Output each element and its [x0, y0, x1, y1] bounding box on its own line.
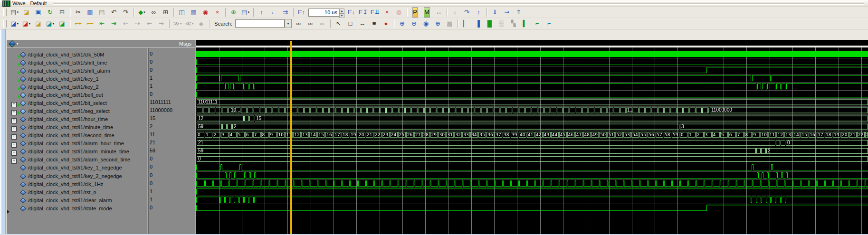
previous-transition-button[interactable]: ⇤ — [96, 19, 108, 29]
signal-row-clear_alarm[interactable]: /digital_clock_vhd_tst/i1/clear_alarm — [7, 196, 147, 204]
toolbar-grip[interactable] — [3, 20, 7, 28]
search-dropdown-button[interactable]: ▼ — [285, 19, 292, 28]
insert-cursor-button[interactable]: ⌐+ — [72, 19, 84, 29]
print-button[interactable]: ⊟ — [56, 7, 68, 18]
run-length-input[interactable] — [308, 9, 339, 17]
add-remove-objects-button[interactable]: ◪▾ — [20, 19, 32, 29]
signal-name-column[interactable]: /digital_clock_vhd_tst/i1/clk_50M/digita… — [7, 40, 147, 234]
signal-row-seg_select[interactable]: +/digital_clock_vhd_tst/i1/seg_select — [7, 106, 147, 114]
signal-row-key_1_negedge[interactable]: /digital_clock_vhd_tst/i1/key_1_negedge — [7, 163, 147, 171]
go-forward-button[interactable]: ⇉ — [279, 7, 291, 18]
run-button[interactable]: E↓ — [345, 7, 357, 18]
save-wave-format-button[interactable]: ◪▾ — [44, 19, 56, 29]
cut-button[interactable]: ✂ — [72, 7, 84, 18]
copy-button[interactable]: ▥ — [84, 7, 96, 18]
signal-row-key_2[interactable]: /digital_clock_vhd_tst/i1/key_2 — [7, 82, 147, 90]
zoom-in-button[interactable]: ⊕ — [396, 19, 408, 29]
pan-mode-button[interactable]: ↔ — [356, 19, 368, 29]
redo-button[interactable]: ↷ — [120, 7, 132, 18]
waveform-canvas[interactable] — [196, 40, 868, 235]
add-selected-to-window-button[interactable]: ◪▾ — [9, 19, 20, 29]
signal-row-alarm_second_time[interactable]: +/digital_clock_vhd_tst/i1/alarm_second_… — [7, 155, 147, 163]
column-splitter-names[interactable] — [147, 40, 149, 234]
zoom-out-button[interactable]: ⊖ — [408, 19, 420, 29]
signal-row-alarm_minute_time[interactable]: +/digital_clock_vhd_tst/i1/alarm_minute_… — [7, 147, 147, 155]
object-filter-button[interactable]: ▤▾ — [239, 7, 251, 18]
expanded-time-off-button[interactable]: ▏ — [460, 19, 472, 29]
new-file-button[interactable]: ▤▾ — [9, 7, 20, 18]
go-back-button[interactable]: ← — [267, 7, 279, 18]
signal-row-bell_out[interactable]: /digital_clock_vhd_tst/i1/bell_out — [7, 90, 147, 98]
next-rising-edge-icon: ⇝ — [159, 19, 164, 28]
go-up-button[interactable]: ↑ — [256, 7, 267, 18]
select-mode-button[interactable]: ↖ — [333, 19, 344, 29]
search-reverse-button[interactable]: ∞ — [293, 19, 305, 29]
step-out-instance-button[interactable]: ⇑ — [513, 7, 525, 18]
expanded-time-events-button[interactable]: █ — [484, 19, 496, 29]
add-to-wave-button[interactable]: ◫ — [176, 7, 188, 18]
signal-msgs-column[interactable]: 00011011011111110000001521121590000110 — [148, 40, 195, 234]
step-into-instance-button[interactable]: ⇓ — [489, 7, 501, 18]
delete-from-wave-button[interactable]: × — [211, 7, 223, 18]
profile-performance-button[interactable]: P — [409, 7, 421, 18]
signal-row-minute_time[interactable]: +/digital_clock_vhd_tst/i1/minute_time — [7, 122, 147, 131]
break-button[interactable]: × — [381, 7, 393, 18]
undo-button[interactable]: ↶ — [108, 7, 120, 18]
export-waveform-button[interactable]: ◪ — [56, 19, 68, 29]
restart-button[interactable]: E↑ — [296, 7, 307, 18]
run-continue-button[interactable]: E↧ — [357, 7, 369, 18]
edit-mode-button[interactable]: ≡ — [368, 19, 380, 29]
signal-value-bell_out: 0 — [148, 90, 195, 98]
next-transition-button[interactable]: ⇥ — [108, 19, 120, 29]
expand-hierarchy-button[interactable]: ⊞ — [160, 7, 172, 18]
find-button[interactable]: ∞ — [148, 7, 160, 18]
find-in-design-button[interactable]: ◉ — [200, 7, 211, 18]
signal-row-shift_alarm[interactable]: /digital_clock_vhd_tst/i1/shift_alarm — [7, 66, 147, 74]
title-bar[interactable]: Wave - Default — [0, 0, 868, 7]
spinner-up-icon[interactable]: ▲ — [339, 9, 344, 13]
stop-drawing-button[interactable]: ● — [380, 19, 392, 29]
step-over-instance-button[interactable]: ⇝ — [501, 7, 513, 18]
signal-row-state_mode[interactable]: /digital_clock_vhd_tst/i1/state_mode — [7, 204, 147, 212]
signal-row-rst_n[interactable]: /digital_clock_vhd_tst/i1/rst_n — [7, 188, 147, 196]
group-bars-button[interactable]: ▍ — [519, 19, 531, 29]
reload-button[interactable]: ↻ — [44, 7, 56, 18]
signal-row-bit_select[interactable]: +/digital_clock_vhd_tst/i1/bit_select — [7, 98, 147, 106]
delete-cursor-button[interactable]: ⌐− — [84, 19, 96, 29]
signal-row-hour_time[interactable]: +/digital_clock_vhd_tst/i1/hour_time — [7, 114, 147, 122]
event-bracket-left-button[interactable]: ⌐ — [531, 19, 543, 29]
signal-row-key_1[interactable]: /digital_clock_vhd_tst/i1/key_1 — [7, 74, 147, 82]
signal-row-clk_1Hz[interactable]: /digital_clock_vhd_tst/i1/clk_1Hz — [7, 179, 147, 188]
add-to-list-button[interactable]: ▦ — [188, 7, 200, 18]
environment-link-button[interactable]: ⊕ — [228, 7, 239, 18]
zoom-mode-button[interactable]: □ — [344, 19, 356, 29]
pan-hand-button[interactable]: ↔ — [433, 7, 445, 18]
signal-row-key_2_negedge[interactable]: /digital_clock_vhd_tst/i1/key_2_negedge — [7, 171, 147, 179]
expanded-time-deltas-button[interactable]: ▐ — [472, 19, 484, 29]
edit-wave-format-button[interactable]: ◪ — [32, 19, 44, 29]
wave-edit-mode-button[interactable]: ▾ — [9, 40, 19, 47]
compile-all-button[interactable]: ◆▾ — [136, 7, 148, 18]
open-file-button[interactable]: ◪ — [20, 7, 32, 18]
step-out-button[interactable]: ↑ — [473, 7, 485, 18]
run-length-spinner[interactable]: ▲▼ — [339, 9, 344, 17]
step-over-button[interactable]: ↷ — [461, 7, 473, 18]
search-options-button: ∞ — [316, 19, 328, 29]
chevron-down-icon: ▾ — [17, 42, 19, 46]
spinner-down-icon[interactable]: ▼ — [339, 13, 344, 18]
zoom-cursor-button[interactable]: ⊕ — [432, 19, 444, 29]
signal-row-clk_50M[interactable]: /digital_clock_vhd_tst/i1/clk_50M — [7, 50, 147, 58]
run-all-button[interactable]: E⇊ — [369, 7, 381, 18]
step-into-button[interactable]: ↓ — [449, 7, 461, 18]
paste-button[interactable]: ▤ — [96, 7, 108, 18]
event-bracket-right-button[interactable]: ⌐ — [543, 19, 555, 29]
save-button[interactable]: ▣ — [32, 7, 44, 18]
signal-row-shift_time[interactable]: /digital_clock_vhd_tst/i1/shift_time — [7, 58, 147, 66]
signal-row-second_time[interactable]: +/digital_clock_vhd_tst/i1/second_time — [7, 131, 147, 139]
search-forward-button[interactable]: ∞ — [305, 19, 316, 29]
signal-row-alarm_hour_time[interactable]: +/digital_clock_vhd_tst/i1/alarm_hour_ti… — [7, 139, 147, 147]
zoom-full-button[interactable]: ◉ — [420, 19, 432, 29]
search-input[interactable] — [235, 19, 285, 28]
profile-memory-button[interactable]: M — [421, 7, 433, 18]
toolbar-grip[interactable] — [3, 9, 7, 16]
